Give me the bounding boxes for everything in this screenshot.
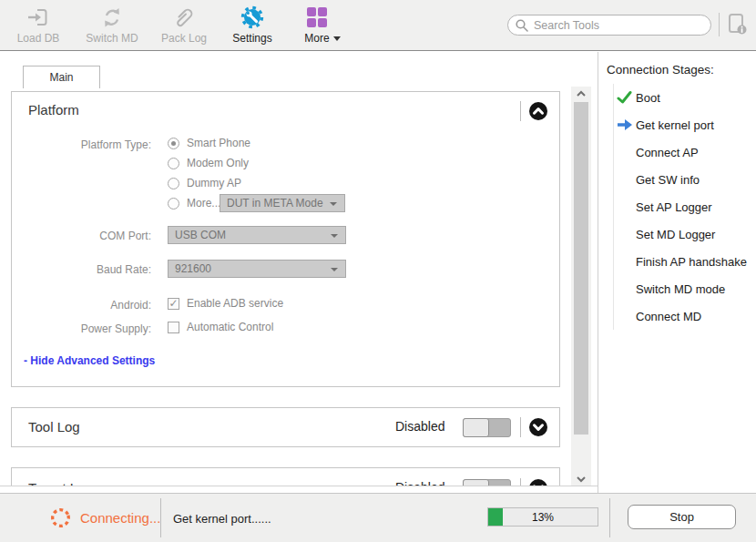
device-info-icon[interactable] (726, 12, 750, 37)
main-content: Main Platform Platform Type: Smart Phone… (0, 52, 598, 486)
progress-bar: 13% (487, 507, 598, 527)
stage-current-arrow-icon (614, 118, 636, 132)
load-db-button[interactable]: Load DB (7, 5, 69, 46)
stage-item-get-kernel-port: Get kernel port (614, 111, 755, 138)
tool-log-title: Tool Log (28, 419, 80, 435)
connecting-spinner-icon (49, 506, 72, 529)
connection-stages-sidebar: Connection Stages: Boot Get kernel port … (598, 52, 756, 493)
stage-item-set-ap-logger: Set AP Logger (614, 193, 755, 220)
toggle-knob (463, 479, 489, 486)
tool-log-panel: Tool Log Disabled (11, 407, 560, 447)
platform-collapse-button[interactable] (528, 101, 548, 121)
settings-button[interactable]: Settings (225, 5, 280, 46)
radio-modem-only[interactable]: Modem Only (168, 157, 249, 169)
load-db-label: Load DB (7, 32, 69, 45)
stage-item-finish-ap-handshake: Finish AP handshake (614, 248, 755, 275)
scroll-down-icon[interactable] (571, 472, 591, 486)
radio-circle (168, 158, 179, 169)
select-caret-icon (330, 202, 337, 206)
stage-done-check-icon (614, 90, 636, 105)
pack-log-label: Pack Log (153, 32, 215, 45)
radio-more[interactable]: More... (168, 197, 220, 210)
android-label: Android: (19, 299, 151, 312)
stage-item-connect-ap: Connect AP (614, 138, 755, 166)
statusbar-divider (160, 498, 161, 537)
tool-log-toggle[interactable] (463, 418, 511, 437)
status-message: Get kernel port...... (173, 512, 271, 526)
stop-button[interactable]: Stop (628, 505, 736, 529)
platform-panel-title: Platform (28, 102, 79, 118)
stage-list: Boot Get kernel port Connect AP Get SW i… (613, 84, 755, 330)
radio-circle (168, 138, 179, 149)
enable-adb-checkbox[interactable]: ✓ Enable ADB service (168, 297, 283, 310)
baud-rate-label: Baud Rate: (19, 263, 151, 276)
switch-md-icon (78, 5, 146, 30)
search-input[interactable] (507, 15, 711, 36)
hide-advanced-settings-link[interactable]: - Hide Advanced Settings (24, 354, 155, 367)
radio-circle (168, 198, 179, 210)
checkbox-checked: ✓ (168, 298, 179, 310)
connection-state-text: Connecting... (80, 510, 160, 526)
target-log-toggle[interactable] (463, 479, 511, 486)
more-mode-select[interactable]: DUT in META Mode (220, 194, 345, 212)
panel-divider (520, 101, 521, 121)
status-bar: Connecting... Get kernel port...... 13% … (0, 493, 756, 542)
tool-log-state: Disabled (395, 419, 444, 434)
select-caret-icon (331, 234, 338, 238)
toolbar: Load DB Switch MD Pack Log Settings More (0, 0, 756, 51)
pack-log-button[interactable]: Pack Log (153, 5, 215, 46)
settings-gear-icon (225, 5, 280, 30)
target-log-title: Target Log (28, 480, 93, 486)
radio-smart-phone[interactable]: Smart Phone (168, 137, 250, 149)
toolbar-divider (719, 13, 720, 36)
checkbox-unchecked (168, 322, 179, 333)
load-db-icon (7, 5, 69, 30)
radio-dummy-ap[interactable]: Dummy AP (168, 177, 241, 189)
progress-percent: 13% (488, 508, 598, 526)
toggle-knob (463, 418, 489, 437)
more-caret-icon[interactable] (333, 36, 341, 41)
stage-item-get-sw-info: Get SW info (614, 166, 755, 193)
platform-type-label: Platform Type: (19, 138, 151, 151)
scroll-up-icon[interactable] (571, 87, 591, 101)
com-port-select[interactable]: USB COM (168, 226, 346, 244)
target-log-panel: Target Log Disabled (11, 467, 560, 486)
stage-item-switch-md-mode: Switch MD mode (614, 275, 755, 302)
target-log-expand-button[interactable] (528, 478, 548, 486)
stage-item-set-md-logger: Set MD Logger (614, 220, 755, 248)
stage-item-connect-md: Connect MD (614, 302, 755, 330)
baud-rate-select[interactable]: 921600 (168, 260, 346, 278)
target-log-state: Disabled (395, 480, 444, 486)
panel-divider (520, 417, 521, 437)
application-window: Load DB Switch MD Pack Log Settings More (0, 0, 756, 542)
tool-log-expand-button[interactable] (528, 417, 548, 437)
connection-stages-heading: Connection Stages: (607, 63, 714, 77)
content-scrollbar[interactable] (571, 87, 591, 486)
more-grid-icon (293, 5, 341, 30)
panel-divider (520, 478, 521, 486)
stage-item-boot: Boot (614, 84, 755, 111)
scrollbar-thumb[interactable] (574, 102, 588, 435)
platform-panel: Platform Platform Type: Smart Phone Mode… (11, 91, 560, 387)
radio-circle (168, 178, 179, 189)
select-caret-icon (331, 268, 338, 271)
settings-label: Settings (225, 32, 280, 45)
tab-main[interactable]: Main (23, 66, 100, 88)
power-supply-label: Power Supply: (19, 322, 151, 335)
pack-log-icon (153, 5, 215, 30)
com-port-label: COM Port: (19, 230, 151, 242)
automatic-control-checkbox[interactable]: Automatic Control (168, 321, 273, 333)
switch-md-button[interactable]: Switch MD (78, 5, 146, 46)
switch-md-label: Switch MD (78, 32, 146, 45)
search-icon (515, 18, 529, 33)
search-box (507, 15, 711, 36)
statusbar-divider (609, 498, 610, 537)
